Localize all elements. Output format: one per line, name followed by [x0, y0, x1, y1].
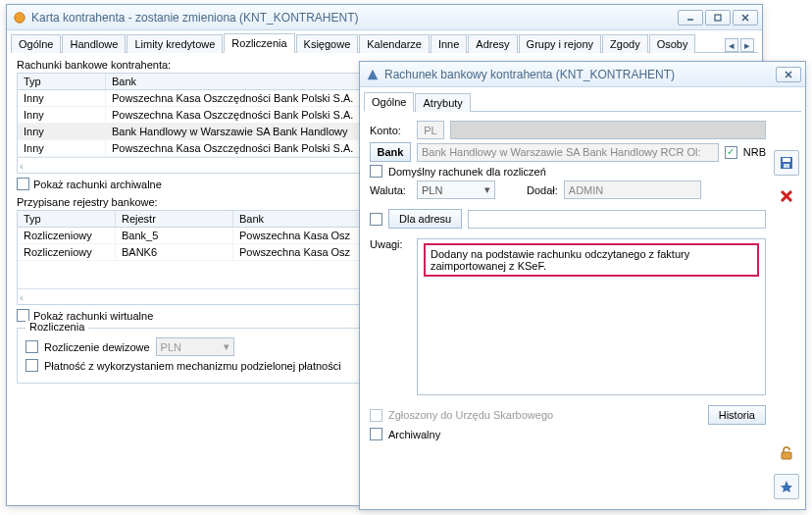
default-account-checkbox[interactable]: [370, 165, 382, 178]
minimize-button[interactable]: [678, 10, 703, 26]
tab-ogolne[interactable]: Ogólne: [11, 34, 61, 53]
right-toolbar-bottom: [774, 440, 799, 499]
tab-ogolne-w2[interactable]: Ogólne: [364, 92, 414, 112]
titlebar-w1[interactable]: Karta kontrahenta - zostanie zmieniona (…: [7, 5, 762, 30]
svg-point-0: [15, 12, 25, 23]
zgloszony-label: Zgłoszony do Urzędu Skarbowego: [388, 409, 553, 421]
titlebar-w2[interactable]: Rachunek bankowy kontrahenta (KNT_KONTRA…: [360, 62, 805, 87]
app-icon: [13, 11, 26, 25]
tab-inne[interactable]: Inne: [431, 34, 467, 53]
tab-limity[interactable]: Limity kredytowe: [127, 34, 223, 53]
konto-prefix: PL: [417, 121, 444, 139]
uwagi-textarea[interactable]: Dodany na podstawie rachunku odczytanego…: [417, 238, 766, 395]
archiwalny-label: Archiwalny: [388, 429, 440, 440]
svg-rect-10: [784, 164, 789, 168]
dla-adresu-button[interactable]: Dla adresu: [388, 209, 462, 229]
maximize-button[interactable]: [705, 10, 731, 26]
svg-marker-5: [368, 69, 379, 79]
tab-rozliczenia[interactable]: Rozliczenia: [224, 33, 294, 53]
tabnav-next[interactable]: ▸: [740, 38, 754, 52]
split-payment-label: Płatność z wykorzystaniem mechanizmu pod…: [44, 360, 341, 372]
nrb-checkbox[interactable]: [725, 146, 737, 159]
dodal-label: Dodał:: [527, 184, 558, 196]
zgloszony-checkbox: [370, 409, 382, 422]
waluta-select[interactable]: PLN▾: [417, 180, 495, 199]
archiwalny-checkbox[interactable]: [370, 428, 382, 440]
split-payment-checkbox[interactable]: [25, 359, 38, 372]
tabs-w2: Ogólne Atrybuty: [364, 91, 801, 112]
pin-button[interactable]: [774, 474, 799, 499]
tab-kalendarze[interactable]: Kalendarze: [359, 34, 430, 53]
window-title-w1: Karta kontrahenta - zostanie zmieniona (…: [31, 11, 678, 25]
lock-icon[interactable]: [774, 440, 799, 466]
waluta-label: Waluta:: [370, 184, 411, 196]
tab-grupy[interactable]: Grupy i rejony: [519, 34, 601, 53]
app-icon: [366, 68, 380, 81]
svg-rect-2: [715, 15, 721, 21]
uwagi-highlight: Dodany na podstawie rachunku odczytanego…: [424, 243, 759, 277]
tab-zgody[interactable]: Zgody: [602, 34, 648, 53]
chevron-down-icon: ▾: [224, 340, 229, 353]
fieldset-legend: Rozliczenia: [25, 321, 88, 333]
tabnav-prev[interactable]: ◂: [725, 38, 738, 52]
konto-label: Konto:: [370, 125, 411, 136]
window-bank-account[interactable]: Rachunek bankowy kontrahenta (KNT_KONTRA…: [359, 61, 806, 510]
uwagi-text: Dodany na podstawie rachunku odczytanego…: [431, 248, 689, 272]
svg-rect-9: [783, 158, 790, 162]
tab-adresy[interactable]: Adresy: [468, 34, 517, 53]
save-button[interactable]: [774, 150, 799, 176]
grid2-col-typ[interactable]: Typ: [18, 211, 116, 227]
bank-button[interactable]: Bank: [370, 142, 411, 162]
uwagi-label: Uwagi:: [370, 238, 411, 250]
svg-marker-14: [781, 481, 792, 492]
svg-rect-13: [782, 452, 791, 459]
fx-currency-select[interactable]: PLN▾: [156, 337, 234, 356]
default-account-label: Domyślny rachunek dla rozliczeń: [388, 166, 546, 178]
tab-osoby[interactable]: Osoby: [649, 34, 696, 53]
chevron-down-icon: ▾: [484, 183, 490, 196]
grid1-col-typ[interactable]: Typ: [18, 74, 106, 89]
right-toolbar-top: [774, 150, 799, 209]
nrb-label: NRB: [743, 146, 766, 158]
grid2-col-rejestr[interactable]: Rejestr: [116, 211, 233, 227]
konto-number-field[interactable]: [450, 121, 766, 139]
window-title-w2: Rachunek bankowy kontrahenta (KNT_KONTRA…: [384, 68, 776, 81]
dla-adresu-field[interactable]: [468, 210, 766, 229]
dla-adresu-checkbox[interactable]: [370, 213, 382, 226]
dodal-value: ADMIN: [564, 180, 701, 199]
tab-ksiegowe[interactable]: Księgowe: [296, 34, 359, 53]
tab-atrybuty[interactable]: Atrybuty: [415, 93, 470, 112]
close-button[interactable]: [733, 10, 758, 26]
fx-label: Rozliczenie dewizowe: [44, 341, 150, 353]
fx-checkbox[interactable]: [25, 340, 38, 353]
tabs-w1: Ogólne Handlowe Limity kredytowe Rozlicz…: [11, 32, 758, 53]
bank-name-field: Bank Handlowy w Warszawie SA Bank Handlo…: [417, 143, 719, 162]
checkbox-icon: [17, 178, 29, 190]
close-button[interactable]: [776, 67, 801, 82]
delete-button[interactable]: [774, 183, 799, 209]
tab-handlowe[interactable]: Handlowe: [62, 34, 126, 53]
historia-button[interactable]: Historia: [708, 405, 766, 425]
